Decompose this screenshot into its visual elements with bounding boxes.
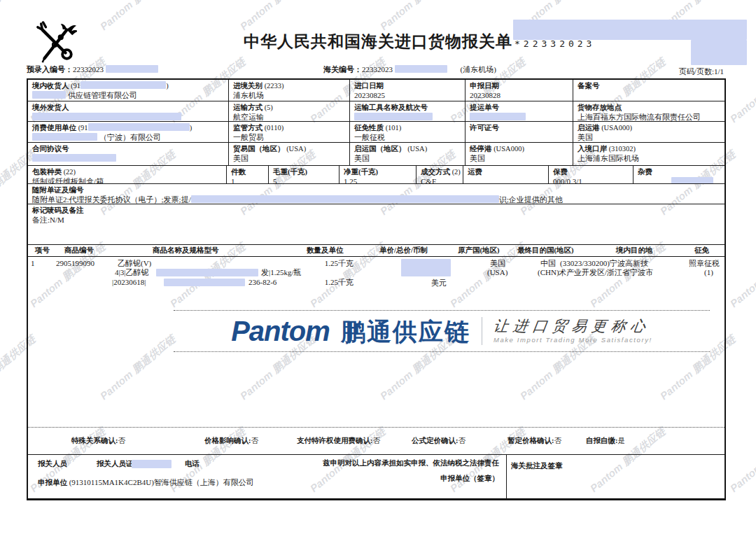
docs-value-suffix: 识;企业提供的其他 bbox=[499, 195, 563, 204]
goods-item-qty-2: 1.25千克 bbox=[294, 278, 354, 287]
declarant-label: 报关人员 bbox=[38, 459, 67, 469]
transit-port-label: 经停港 bbox=[470, 145, 492, 153]
confirmation-row: 特殊关系确认:否 价格影响确认:否 支付特许权使用费确认:否 公式定价确认:否 … bbox=[28, 427, 724, 455]
field-entry-port: 入境口岸 (310302) 上海浦东国际机场 bbox=[573, 143, 724, 165]
pre-entry-value: 22332023 bbox=[73, 65, 104, 73]
packing-label: 包装种类 bbox=[32, 168, 62, 176]
transit-port-code: (USA000) bbox=[493, 145, 524, 153]
docs-label: 随附单证及编号 bbox=[32, 185, 724, 195]
storage-place-label: 货物存放地点 bbox=[578, 103, 724, 113]
overseas-shipper-label: 境外发货人 bbox=[32, 103, 228, 113]
goods-item-qty-1: 1.25千克 bbox=[294, 259, 354, 268]
confirm-provisional-price: 暂定价格确认:否 bbox=[507, 436, 561, 446]
goods-item-domestic-1: (33023/330200)宁波高新技 bbox=[560, 259, 648, 268]
marks-value: 备注:N/M bbox=[32, 216, 724, 225]
goods-header-price-currency: 单价/总价/币制 bbox=[379, 246, 428, 255]
redacted-region bbox=[32, 154, 116, 162]
field-levy-nature: 征免性质 (101) 一般征税 bbox=[350, 122, 465, 142]
goods-header-levy: 征免 bbox=[694, 246, 709, 255]
pieces-label: 件数 bbox=[231, 167, 268, 177]
license-no-label: 许可证号 bbox=[470, 123, 573, 133]
field-record-no: 备案号 bbox=[573, 80, 724, 101]
confirm-label: 暂定价格确认: bbox=[507, 437, 554, 444]
docs-value-prefix: 随附单证2:代理报关委托协议（电子）;发票;提/ bbox=[32, 195, 191, 204]
supervision-mode-label: 监管方式 bbox=[233, 124, 262, 132]
levy-nature-code: (101) bbox=[386, 124, 402, 132]
misc-fees-label: 杂费 bbox=[638, 167, 724, 177]
goods-header-qty-unit: 数量及单位 bbox=[307, 246, 344, 255]
field-transport-tool: 运输工具名称及航次号 bbox=[350, 101, 465, 121]
field-transit-port: 经停港 (USA000) 美国 bbox=[465, 143, 573, 165]
freight-label: 运费 bbox=[468, 167, 548, 177]
redacted-price bbox=[401, 259, 451, 276]
marks-label: 标记唛码及备注 bbox=[32, 206, 724, 216]
declare-date-value: 20230828 bbox=[470, 91, 573, 100]
goods-item-dest: 中国 bbox=[540, 259, 556, 268]
deal-mode-code: (2) bbox=[452, 168, 461, 176]
confirm-value: 否 bbox=[251, 437, 259, 444]
levy-nature-label: 征免性质 bbox=[354, 124, 384, 132]
field-packing: 包装种类 (22) 纸制或纤维板制盒/箱 bbox=[28, 166, 227, 183]
field-gross-weight: 毛重(千克) 5 bbox=[269, 166, 340, 183]
field-import-date: 进口日期 20230825 bbox=[350, 80, 465, 101]
field-overseas-shipper: 境外发货人 bbox=[28, 101, 229, 121]
confirm-value: 否 bbox=[373, 437, 381, 444]
field-misc-fees: 杂费 bbox=[634, 166, 724, 183]
brand-watermark-band: Pantom 鹏通供应链 让进口贸易更称心 Make Import Tradin… bbox=[174, 310, 710, 352]
supervision-mode-code: (0110) bbox=[265, 124, 284, 132]
declaration-statement: 兹申明对以上内容承担如实申报、依法纳税之法律责任 bbox=[323, 458, 499, 468]
field-contract-no: 合同协议号 bbox=[28, 143, 229, 165]
insurance-value: 000/0.3/1 bbox=[553, 177, 633, 183]
watermark-text: Pantom 鹏通供应链 bbox=[98, 0, 178, 34]
goods-item-currency: 美元 bbox=[431, 279, 447, 288]
goods-item-code: 2905199090 bbox=[56, 259, 94, 268]
goods-header-name-spec: 商品名称及规格型号 bbox=[153, 246, 219, 255]
redacted-region bbox=[80, 81, 166, 89]
form-row: 境内收货人 (91) 供应链管理有限公司 进境关别 (2233) 浦东机场 进口… bbox=[28, 80, 724, 101]
declaration-form: 境内收货人 (91) 供应链管理有限公司 进境关别 (2233) 浦东机场 进口… bbox=[27, 78, 726, 500]
goods-item-levy-code: (1) bbox=[704, 268, 713, 277]
confirm-label: 特殊关系确认: bbox=[71, 437, 118, 444]
brand-slogan-cn: 让进口贸易更称心 bbox=[492, 319, 651, 334]
deal-mode-value: C&F bbox=[421, 177, 463, 183]
import-date-value: 20230825 bbox=[354, 91, 465, 100]
declare-date-label: 申报日期 bbox=[470, 81, 573, 91]
gross-weight-label: 毛重(千克) bbox=[273, 167, 339, 177]
form-row: 消费使用单位 (91) （宁波）有限公司 监管方式 (0110) 一般贸易 征免… bbox=[28, 122, 724, 143]
confirm-special-relation: 特殊关系确认:否 bbox=[71, 436, 125, 446]
pre-entry-label: 预录入编号： bbox=[27, 65, 73, 73]
packing-value: 纸制或纤维板制盒/箱 bbox=[32, 177, 226, 183]
confirm-price-influence: 价格影响确认:否 bbox=[204, 436, 258, 446]
field-docs: 随附单证及编号 随附单证2:代理报关委托协议（电子）;发票;提/识;企业提供的其… bbox=[28, 184, 724, 204]
field-consignee: 境内收货人 (91) 供应链管理有限公司 bbox=[28, 80, 229, 101]
redacted-region bbox=[191, 195, 499, 203]
departure-port-value: 美国 bbox=[578, 133, 724, 142]
goods-item-domestic-2: 术产业开发区/浙江省宁波市 bbox=[559, 268, 653, 277]
field-trade-country: 贸易国（地区） (USA) 美国 bbox=[229, 143, 350, 165]
entry-port-code: (310302) bbox=[609, 145, 636, 153]
phone-label: 电话 bbox=[185, 459, 200, 469]
footer-declarant-cell: 报关人员 报关人员证号 电话 兹申明对以上内容承担如实申报、依法纳税之法律责任 … bbox=[28, 455, 507, 498]
form-row: 随附单证及编号 随附单证2:代理报关委托协议（电子）;发票;提/识;企业提供的其… bbox=[28, 184, 724, 204]
goods-item-levy: 照章征税 bbox=[689, 259, 720, 268]
import-date-label: 进口日期 bbox=[354, 81, 465, 91]
entry-port-label: 入境口岸 bbox=[578, 145, 607, 153]
goods-item-spec: 4|3|乙醇铌 bbox=[115, 268, 148, 277]
redacted-region bbox=[106, 65, 158, 73]
bl-no-label: 提运单号 bbox=[470, 103, 573, 113]
entry-port-value: 上海浦东国际机场 bbox=[578, 154, 724, 163]
net-weight-label: 净重(千克) bbox=[344, 167, 416, 177]
field-marks: 标记唛码及备注 备注:N/M bbox=[28, 204, 724, 244]
field-storage-place: 货物存放地点 上海百福东方国际物流有限责任公司 bbox=[573, 101, 724, 121]
entry-customs-code: (2233) bbox=[265, 82, 284, 90]
record-no-label: 备案号 bbox=[578, 81, 724, 91]
field-deal-mode: 成交方式 (2) C&F bbox=[416, 166, 463, 183]
transport-mode-code: (5) bbox=[265, 104, 273, 111]
levy-nature-value: 一般征税 bbox=[354, 133, 465, 142]
field-departure-country: 启运国（地区） (USA) 美国 bbox=[350, 143, 465, 165]
form-row: 境外发货人 运输方式 (5) 航空运输 运输工具名称及航次号 提运单号 货物存放… bbox=[28, 101, 724, 122]
pre-entry-no: 预录入编号：22332023 bbox=[27, 64, 158, 75]
field-declare-date: 申报日期 20230828 bbox=[465, 80, 573, 101]
departure-port-code: (USA000) bbox=[601, 124, 632, 132]
consignee-code: (91 bbox=[71, 82, 80, 90]
